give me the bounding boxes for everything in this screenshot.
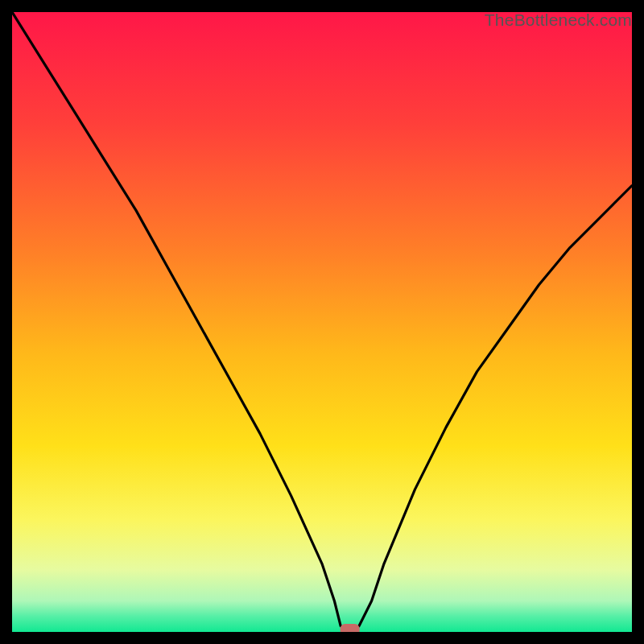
optimal-marker [341,624,360,632]
chart-background-gradient [12,12,632,632]
bottleneck-chart [12,12,632,632]
watermark-text: TheBottleneck.com [485,10,632,30]
chart-frame: TheBottleneck.com [12,12,632,632]
